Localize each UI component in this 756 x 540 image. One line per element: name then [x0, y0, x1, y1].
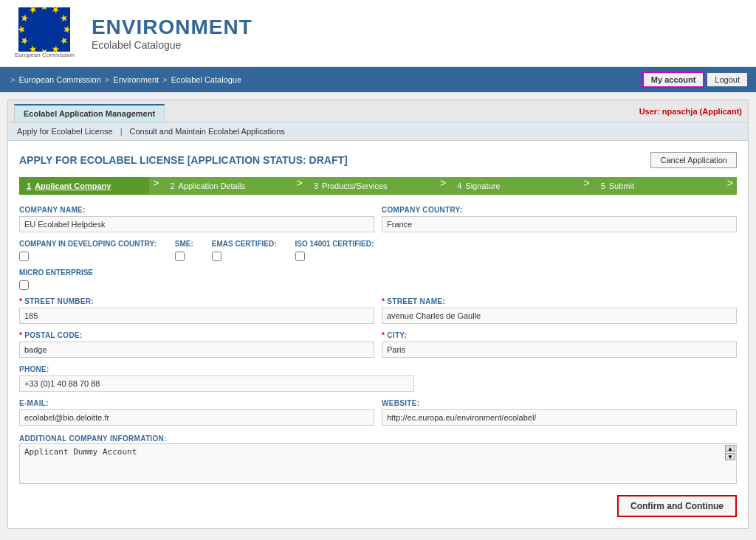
step-arrow-5: > — [724, 177, 737, 195]
eu-logo-icon — [18, 7, 70, 52]
sme-checkbox[interactable] — [175, 252, 185, 261]
step-1-num: 1 — [27, 181, 31, 190]
city-group: CITY: — [382, 331, 737, 358]
step-5-submit[interactable]: 5 Submit — [594, 177, 724, 195]
confirm-continue-button[interactable]: Confirm and Continue — [617, 495, 737, 517]
emas-checkbox[interactable] — [212, 252, 221, 261]
step-2-details[interactable]: 2 Application Details — [162, 177, 292, 195]
dev-country-group: COMPANY IN DEVELOPING COUNTRY: — [19, 240, 157, 261]
step-arrow-3: > — [436, 177, 450, 195]
website-group: WEBSITE: — [382, 399, 737, 426]
company-name-label: COMPANY NAME: — [19, 206, 374, 214]
email-website-row: E-MAIL: WEBSITE: — [19, 399, 737, 426]
breadcrumb-sep1: > — [105, 75, 109, 84]
ecolabel-subtitle: Ecolabel Catalogue — [92, 39, 252, 51]
city-label: CITY: — [382, 331, 737, 339]
phone-label: PHONE: — [19, 365, 414, 373]
step-arrow-1: > — [149, 177, 162, 195]
logout-button[interactable]: Logout — [707, 73, 747, 86]
step-4-label: Signature — [465, 181, 500, 190]
micro-enterprise-checkbox[interactable] — [19, 280, 29, 290]
dev-country-checkbox[interactable] — [19, 252, 29, 261]
iso-label: ISO 14001 CERTIFIED: — [295, 240, 374, 248]
dev-country-label: COMPANY IN DEVELOPING COUNTRY: — [19, 240, 157, 248]
consult-maintain-link[interactable]: Consult and Maintain Ecolabel Applicatio… — [130, 127, 285, 136]
checkboxes-row: COMPANY IN DEVELOPING COUNTRY: SME: EMAS… — [19, 240, 737, 261]
company-country-input[interactable] — [382, 216, 737, 232]
street-number-input[interactable] — [19, 308, 374, 324]
breadcrumb-bar: > European Commission > Environment > Ec… — [0, 67, 756, 92]
textarea-scroll-up[interactable]: ▲ — [725, 445, 735, 452]
email-input[interactable] — [19, 409, 374, 426]
street-number-label: STREET NUMBER: — [19, 297, 374, 305]
breadcrumb-ec[interactable]: European Commission — [19, 75, 101, 84]
step-3-products[interactable]: 3 Products/Services — [306, 177, 436, 195]
postal-city-row: POSTAL CODE: CITY: — [19, 331, 737, 358]
tab-bar: Ecolabel Application Management User: np… — [8, 100, 748, 122]
svg-rect-0 — [18, 7, 70, 52]
micro-enterprise-row: MICRO ENTERPRISE — [19, 269, 737, 290]
street-name-input[interactable] — [382, 308, 737, 324]
phone-group: PHONE: — [19, 365, 414, 392]
breadcrumb-sep2: > — [162, 75, 167, 84]
phone-input[interactable] — [19, 375, 414, 392]
additional-info-section: ADDITIONAL COMPANY INFORMATION: ▲ ▼ — [19, 433, 737, 486]
page-title: APPLY FOR ECOLABEL LICENSE [APPLICATION … — [19, 154, 348, 166]
step-1-applicant[interactable]: 1 Applicant Company — [19, 177, 149, 195]
step-arrow-4: > — [580, 177, 593, 195]
nav-actions: My account Logout — [642, 72, 747, 88]
sub-nav-separator: | — [120, 127, 123, 136]
breadcrumb: > European Commission > Environment > Ec… — [9, 75, 241, 84]
textarea-scroll-down[interactable]: ▼ — [725, 453, 735, 460]
step-3-label: Products/Services — [322, 181, 388, 190]
step-1-label: Applicant Company — [35, 181, 111, 190]
step-4-num: 4 — [457, 181, 461, 190]
breadcrumb-ecolabel[interactable]: Ecolabel Catalogue — [171, 75, 241, 84]
breadcrumb-arrow: > — [10, 75, 15, 84]
step-5-label: Submit — [609, 181, 634, 190]
iso-checkbox[interactable] — [295, 252, 305, 261]
apply-license-link[interactable]: Apply for Ecolabel License — [17, 127, 113, 136]
company-country-group: COMPANY COUNTRY: — [382, 206, 737, 232]
city-input[interactable] — [382, 342, 737, 358]
email-label: E-MAIL: — [19, 399, 374, 407]
logo-area: European Commission ENVIRONMENT Ecolabel… — [15, 7, 252, 59]
street-name-label: STREET NAME: — [382, 297, 737, 305]
postal-code-input[interactable] — [19, 342, 374, 358]
my-account-button[interactable]: My account — [642, 72, 705, 88]
form-footer: Confirm and Continue — [19, 495, 737, 517]
street-name-group: STREET NAME: — [382, 297, 737, 324]
step-4-signature[interactable]: 4 Signature — [450, 177, 580, 195]
postal-code-label: POSTAL CODE: — [19, 331, 374, 339]
form-title-bar: APPLY FOR ECOLABEL LICENSE [APPLICATION … — [19, 152, 737, 168]
website-label: WEBSITE: — [382, 399, 737, 407]
additional-info-label: ADDITIONAL COMPANY INFORMATION: — [19, 435, 167, 443]
website-input[interactable] — [382, 409, 737, 426]
street-row: STREET NUMBER: STREET NAME: — [19, 297, 737, 324]
company-name-input[interactable] — [19, 216, 374, 232]
micro-enterprise-label: MICRO ENTERPRISE — [19, 269, 93, 277]
commission-label: European Commission — [15, 52, 75, 59]
header-title-area: ENVIRONMENT Ecolabel Catalogue — [92, 15, 252, 51]
form-area: APPLY FOR ECOLABEL LICENSE [APPLICATION … — [8, 141, 748, 528]
cancel-application-button[interactable]: Cancel Application — [650, 152, 737, 168]
email-group: E-MAIL: — [19, 399, 374, 426]
step-5-num: 5 — [601, 181, 605, 190]
breadcrumb-env[interactable]: Environment — [113, 75, 159, 84]
additional-info-textarea[interactable] — [19, 443, 737, 484]
user-info: User: npaschja (Applicant) — [639, 107, 742, 120]
step-3-num: 3 — [314, 181, 318, 190]
micro-enterprise-group: MICRO ENTERPRISE — [19, 269, 93, 290]
steps-bar: 1 Applicant Company > 2 Application Deta… — [19, 177, 737, 195]
sme-group: SME: — [175, 240, 193, 261]
company-country-label: COMPANY COUNTRY: — [382, 206, 737, 214]
street-number-group: STREET NUMBER: — [19, 297, 374, 324]
sme-label: SME: — [175, 240, 193, 248]
emas-group: EMAS CERTIFIED: — [212, 240, 277, 261]
postal-code-group: POSTAL CODE: — [19, 331, 374, 358]
tab-ecolabel-management[interactable]: Ecolabel Application Management — [14, 104, 165, 122]
step-arrow-2: > — [293, 177, 306, 195]
company-name-country-row: COMPANY NAME: COMPANY COUNTRY: — [19, 206, 737, 232]
main-content: Ecolabel Application Management User: np… — [7, 100, 749, 529]
step-2-label: Application Details — [179, 181, 246, 190]
